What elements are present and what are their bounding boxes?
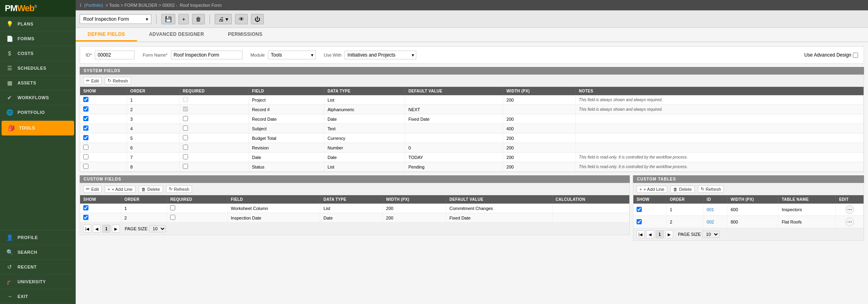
required-checkbox[interactable] bbox=[170, 205, 175, 210]
show-checkbox[interactable] bbox=[637, 207, 642, 212]
show-checkbox[interactable] bbox=[83, 126, 88, 131]
ct-current-page-button[interactable]: 1 bbox=[656, 230, 664, 238]
show-cell bbox=[80, 114, 127, 124]
save-button[interactable]: 💾 bbox=[161, 14, 175, 24]
custom-fields-toolbar: ✏ Edit + + Add Line 🗑 Delete ↻ Refresh bbox=[80, 183, 630, 195]
portfolio-breadcrumb-link[interactable]: (Portfolio) bbox=[84, 3, 103, 8]
show-checkbox[interactable] bbox=[83, 135, 88, 140]
module-field-group: Module Tools ▼ bbox=[251, 51, 316, 59]
order-cell: 3 bbox=[127, 114, 180, 124]
ct-next-page-button[interactable]: ▶ bbox=[665, 230, 673, 238]
sidebar-item-profile[interactable]: 👤 PROFILE bbox=[0, 230, 76, 245]
sidebar-item-tools[interactable]: 🎒 TOOLS bbox=[2, 121, 74, 135]
required-cell bbox=[179, 114, 249, 124]
edit-button[interactable]: ⋯ bbox=[845, 205, 854, 214]
add-button[interactable]: + bbox=[178, 14, 189, 24]
edit-button[interactable]: ⋯ bbox=[845, 218, 854, 226]
order-cell: 2 bbox=[127, 105, 180, 114]
show-cell bbox=[80, 133, 127, 143]
module-select[interactable]: Tools bbox=[268, 51, 316, 59]
sidebar-item-university[interactable]: 🎓 UNIVERSITY bbox=[0, 275, 76, 289]
system-refresh-button[interactable]: ↻ Refresh bbox=[105, 77, 131, 84]
sidebar-item-label: SCHEDULES bbox=[18, 66, 46, 71]
show-checkbox[interactable] bbox=[83, 164, 88, 169]
notes-cell: This field is read-only. It is controlle… bbox=[576, 153, 864, 162]
required-checkbox[interactable] bbox=[183, 106, 188, 112]
show-checkbox[interactable] bbox=[83, 145, 88, 150]
notes-cell: This field is always shown and always re… bbox=[576, 95, 864, 105]
default-value-cell: 0 bbox=[405, 143, 503, 153]
form-select[interactable]: Roof Inspection Form bbox=[80, 14, 151, 24]
sidebar-logo: PMWeb® bbox=[0, 0, 76, 17]
required-checkbox[interactable] bbox=[183, 126, 188, 131]
custom-tables-toolbar: + + Add Line 🗑 Delete ↻ Refresh bbox=[633, 183, 864, 195]
show-checkbox[interactable] bbox=[637, 219, 642, 224]
required-checkbox[interactable] bbox=[183, 116, 188, 121]
sidebar-item-workflows[interactable]: ✔ WORKFLOWS bbox=[0, 90, 76, 105]
cf-delete-button[interactable]: 🗑 Delete bbox=[139, 186, 163, 193]
tab-advanced-designer[interactable]: ADVANCED DESIGNER bbox=[137, 28, 216, 41]
ct-page-size-label: PAGE SIZE bbox=[678, 232, 701, 237]
show-checkbox[interactable] bbox=[83, 116, 88, 121]
sidebar-item-costs[interactable]: $ COSTS bbox=[0, 46, 76, 61]
cf-add-line-button[interactable]: + + Add Line bbox=[105, 186, 135, 193]
system-edit-button[interactable]: ✏ Edit bbox=[83, 77, 102, 84]
ct-col-order: ORDER bbox=[666, 195, 703, 204]
edit-cell[interactable]: ⋯ bbox=[836, 216, 864, 228]
ct-page-size-select[interactable]: 10 25 50 bbox=[702, 231, 719, 238]
field-cell: Worksheet Column bbox=[227, 204, 320, 213]
width-cell: 600 bbox=[727, 204, 778, 216]
show-checkbox[interactable] bbox=[83, 97, 88, 102]
sidebar-item-portfolio[interactable]: 🌐 PORTFOLIO bbox=[0, 105, 76, 120]
system-fields-table: SHOW ORDER REQUIRED FIELD DATA TYPE DEFA… bbox=[80, 87, 864, 172]
use-with-select[interactable]: Initiatives and Projects bbox=[345, 51, 416, 59]
print-button[interactable]: 🖨 ▾ bbox=[215, 14, 232, 24]
current-page-button[interactable]: 1 bbox=[102, 225, 110, 233]
ct-col-id: ID bbox=[703, 195, 727, 204]
sidebar-item-plans[interactable]: 💡 PLANS bbox=[0, 17, 76, 31]
required-checkbox[interactable] bbox=[183, 164, 188, 169]
profile-icon: 👤 bbox=[6, 234, 14, 241]
ct-delete-button[interactable]: 🗑 Delete bbox=[670, 186, 695, 193]
ct-add-line-button[interactable]: + + Add Line bbox=[637, 186, 667, 193]
sidebar-item-forms[interactable]: 📄 FORMS bbox=[0, 31, 76, 46]
show-cell bbox=[80, 213, 121, 223]
sidebar-item-recent[interactable]: ↺ RECENT bbox=[0, 260, 76, 275]
required-cell bbox=[179, 143, 249, 153]
tab-permissions[interactable]: PERMISSIONS bbox=[216, 28, 274, 41]
show-cell bbox=[80, 124, 127, 133]
id-input[interactable] bbox=[95, 51, 135, 59]
sidebar-item-assets[interactable]: ▦ ASSETS bbox=[0, 76, 76, 90]
cf-refresh-button[interactable]: ↻ Refresh bbox=[166, 185, 192, 193]
tab-define-fields[interactable]: DEFINE FIELDS bbox=[76, 28, 137, 41]
required-checkbox[interactable] bbox=[183, 135, 188, 140]
ct-first-page-button[interactable]: |◀ bbox=[637, 230, 645, 238]
sidebar: PMWeb® 💡 PLANS 📄 FORMS $ COSTS ☰ SCHEDUL… bbox=[0, 0, 76, 304]
sidebar-item-search[interactable]: 🔍 SEARCH bbox=[0, 245, 76, 260]
page-size-select[interactable]: 10 25 50 bbox=[149, 225, 166, 232]
prev-page-button[interactable]: ◀ bbox=[93, 225, 101, 233]
required-checkbox[interactable] bbox=[183, 145, 188, 150]
delete-button[interactable]: 🗑 bbox=[192, 14, 205, 24]
show-checkbox[interactable] bbox=[83, 154, 88, 159]
show-checkbox[interactable] bbox=[83, 215, 88, 220]
edit-cell[interactable]: ⋯ bbox=[836, 204, 864, 216]
form-name-input[interactable] bbox=[171, 51, 243, 59]
toggle-button[interactable]: ⏻ bbox=[251, 14, 264, 24]
cf-edit-button[interactable]: ✏ Edit bbox=[83, 185, 102, 193]
preview-button[interactable]: 👁 bbox=[235, 14, 248, 24]
sidebar-item-exit[interactable]: → EXIT bbox=[0, 289, 76, 304]
show-checkbox[interactable] bbox=[83, 106, 88, 112]
first-page-button[interactable]: |◀ bbox=[83, 225, 91, 233]
required-checkbox[interactable] bbox=[170, 215, 175, 220]
ct-refresh-button[interactable]: ↻ Refresh bbox=[698, 185, 724, 193]
page-size-label: PAGE SIZE bbox=[125, 226, 147, 231]
show-checkbox[interactable] bbox=[83, 205, 88, 210]
use-advanced-design-checkbox[interactable] bbox=[853, 53, 858, 58]
width-cell: 200 bbox=[503, 162, 576, 172]
next-page-button[interactable]: ▶ bbox=[112, 225, 120, 233]
required-checkbox[interactable] bbox=[183, 97, 188, 102]
ct-prev-page-button[interactable]: ◀ bbox=[646, 230, 654, 238]
required-checkbox[interactable] bbox=[183, 154, 188, 159]
sidebar-item-schedules[interactable]: ☰ SCHEDULES bbox=[0, 61, 76, 76]
